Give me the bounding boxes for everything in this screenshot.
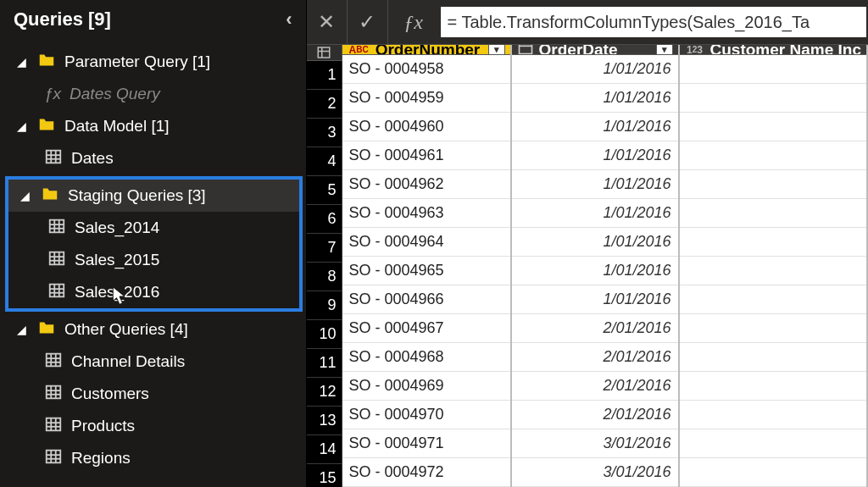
data-cell[interactable] (680, 285, 866, 314)
data-cell[interactable] (680, 228, 866, 257)
row-number-cell[interactable]: 13 (307, 407, 342, 435)
data-cell[interactable]: SO - 0004970 (342, 401, 510, 429)
group-data-model[interactable]: ◢ Data Model [1] (0, 110, 306, 142)
formula-input-wrap[interactable] (441, 7, 866, 37)
data-cell[interactable] (680, 458, 866, 487)
row-number-cell[interactable]: 14 (307, 435, 342, 464)
row-number-cell[interactable]: 7 (307, 234, 342, 263)
data-cell[interactable] (680, 257, 866, 285)
row-number-cell[interactable]: 15 (307, 464, 342, 487)
row-number-cell[interactable]: 8 (307, 263, 342, 291)
data-cell[interactable]: 2/01/2016 (512, 314, 678, 343)
row-number-cell[interactable]: 4 (307, 147, 342, 176)
row-number-cell[interactable]: 6 (307, 205, 342, 234)
row-number-cell[interactable]: 5 (307, 176, 342, 205)
data-cell[interactable]: 1/01/2016 (512, 55, 678, 84)
data-cell[interactable]: SO - 0004960 (342, 113, 510, 141)
query-dates-query[interactable]: ƒx Dates Query (0, 78, 306, 110)
data-cell[interactable] (680, 141, 866, 170)
chevron-down-icon[interactable]: ◢ (17, 323, 29, 336)
data-cell[interactable]: SO - 0004971 (342, 429, 510, 458)
query-sales-2016[interactable]: Sales_2016 (8, 276, 299, 308)
fx-icon[interactable]: ƒx (388, 0, 439, 44)
query-sales-2015[interactable]: Sales_2015 (8, 244, 299, 276)
data-cell[interactable]: 1/01/2016 (512, 285, 678, 314)
data-cell[interactable] (680, 199, 866, 228)
data-cell[interactable] (680, 84, 866, 113)
column-ordernumber[interactable]: ABC OrderNumber ▾ SO - 0004958SO - 00049… (342, 45, 512, 487)
type-text-icon[interactable]: ABC (348, 45, 370, 55)
data-cell[interactable] (680, 314, 866, 343)
data-cell[interactable] (680, 401, 866, 429)
column-filter-dropdown-icon[interactable]: ▾ (656, 45, 673, 55)
commit-formula-button[interactable]: ✓ (348, 0, 388, 44)
group-other-queries[interactable]: ◢ Other Queries [4] (0, 313, 306, 346)
editor-area: ✕ ✓ ƒx 123456789101112131415 ABC Orde (307, 0, 868, 487)
data-cell[interactable]: 1/01/2016 (512, 170, 678, 199)
type-date-icon[interactable] (517, 45, 534, 55)
query-sales-2014[interactable]: Sales_2014 (8, 212, 299, 244)
data-cell[interactable]: 2/01/2016 (512, 343, 678, 372)
data-cell[interactable]: 1/01/2016 (512, 228, 678, 257)
query-products[interactable]: Products (0, 410, 306, 442)
data-cell[interactable]: 3/01/2016 (512, 458, 678, 487)
query-channel-details[interactable]: Channel Details (0, 346, 306, 378)
chevron-down-icon[interactable]: ◢ (17, 119, 29, 133)
group-parameter-query[interactable]: ◢ Parameter Query [1] (0, 46, 306, 78)
row-number-cell[interactable]: 2 (307, 90, 342, 119)
data-cell[interactable] (680, 343, 866, 372)
data-cell[interactable]: SO - 0004966 (342, 285, 510, 314)
data-cell[interactable]: SO - 0004958 (342, 55, 510, 84)
data-cell[interactable]: 1/01/2016 (512, 141, 678, 170)
column-header-ordernumber[interactable]: ABC OrderNumber ▾ (342, 45, 510, 55)
data-cell[interactable] (680, 113, 866, 141)
table-icon (47, 249, 66, 272)
data-cell[interactable]: SO - 0004968 (342, 343, 510, 372)
row-number-cell[interactable]: 1 (307, 61, 342, 90)
data-cell[interactable]: 2/01/2016 (512, 401, 678, 429)
row-number-cell[interactable]: 12 (307, 378, 342, 407)
formula-input[interactable] (448, 13, 860, 32)
group-label: Parameter Query [1] (64, 53, 210, 71)
data-cell[interactable] (680, 170, 866, 199)
column-header-customer-name-index[interactable]: 123 Customer Name Inc (680, 45, 866, 55)
query-dates[interactable]: Dates (0, 142, 306, 174)
data-cell[interactable]: 1/01/2016 (512, 257, 678, 285)
row-number-cell[interactable]: 10 (307, 320, 342, 349)
group-staging-queries[interactable]: ◢ Staging Queries [3] (8, 180, 299, 212)
data-cell[interactable]: 1/01/2016 (512, 84, 678, 113)
row-number-cell[interactable]: 3 (307, 119, 342, 147)
svg-rect-20 (47, 353, 61, 366)
data-cell[interactable]: SO - 0004963 (342, 199, 510, 228)
column-customer-name-index[interactable]: 123 Customer Name Inc (680, 45, 868, 487)
data-cell[interactable]: SO - 0004964 (342, 228, 510, 257)
chevron-down-icon[interactable]: ◢ (17, 55, 29, 69)
select-all-corner[interactable] (307, 45, 342, 61)
data-cell[interactable]: SO - 0004972 (342, 458, 510, 487)
data-cell[interactable]: SO - 0004959 (342, 84, 510, 113)
column-orderdate[interactable]: OrderDate ▾ 1/01/20161/01/20161/01/20161… (512, 45, 680, 487)
svg-rect-25 (47, 385, 61, 398)
data-cell[interactable] (680, 372, 866, 401)
query-customers[interactable]: Customers (0, 378, 306, 410)
data-cell[interactable] (680, 55, 866, 84)
data-cell[interactable]: 3/01/2016 (512, 429, 678, 458)
column-filter-dropdown-icon[interactable]: ▾ (488, 45, 505, 55)
query-regions[interactable]: Regions (0, 442, 306, 474)
data-cell[interactable]: 2/01/2016 (512, 372, 678, 401)
column-header-orderdate[interactable]: OrderDate ▾ (512, 45, 678, 55)
cancel-formula-button[interactable]: ✕ (307, 0, 348, 44)
row-number-cell[interactable]: 11 (307, 349, 342, 378)
type-number-icon[interactable]: 123 (685, 45, 705, 55)
data-cell[interactable]: 1/01/2016 (512, 113, 678, 141)
data-cell[interactable]: 1/01/2016 (512, 199, 678, 228)
data-cell[interactable]: SO - 0004962 (342, 170, 510, 199)
data-cell[interactable] (680, 429, 866, 458)
data-cell[interactable]: SO - 0004961 (342, 141, 510, 170)
data-cell[interactable]: SO - 0004969 (342, 372, 510, 401)
data-cell[interactable]: SO - 0004967 (342, 314, 510, 343)
collapse-panel-chevron-icon[interactable]: ‹ (286, 8, 292, 30)
row-number-cell[interactable]: 9 (307, 291, 342, 320)
chevron-down-icon[interactable]: ◢ (20, 189, 32, 202)
data-cell[interactable]: SO - 0004965 (342, 257, 510, 285)
